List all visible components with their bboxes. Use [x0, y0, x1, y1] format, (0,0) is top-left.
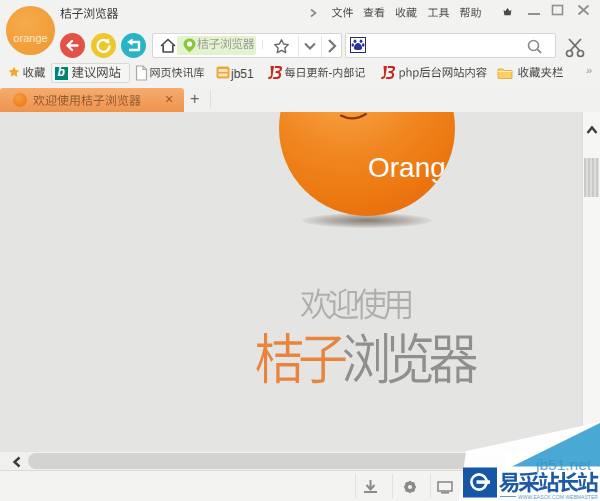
svg-text:jb51.net: jb51.net — [535, 456, 592, 473]
svg-text:WWW.EASCK.COM WEBMASTER: WWW.EASCK.COM WEBMASTER — [518, 494, 599, 500]
